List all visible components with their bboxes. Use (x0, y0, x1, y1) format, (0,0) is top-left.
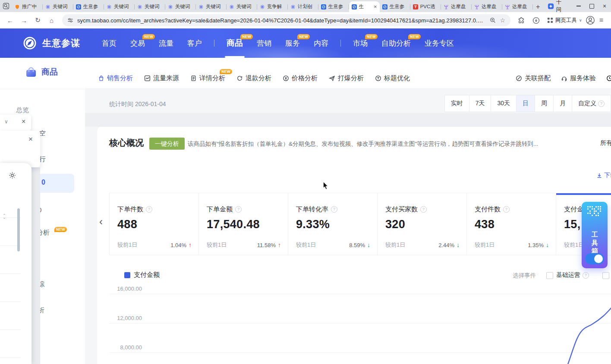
browser-tab[interactable]: 生意参 (380, 1, 410, 12)
download-link[interactable]: 下载 (596, 172, 611, 179)
header-nav-item[interactable]: 自助分析NEW (375, 28, 418, 58)
site-settings-icon[interactable] (67, 17, 73, 23)
help-icon[interactable]: ? (146, 206, 152, 213)
header-nav-item[interactable]: 流量 (152, 28, 180, 58)
browser-tab[interactable]: 关键词 (227, 1, 257, 12)
new-tab-button[interactable]: + (533, 1, 543, 12)
panel-row[interactable] (0, 330, 21, 358)
subnav-tab[interactable]: 价格分析 (283, 74, 318, 82)
sidebar-item-fragment[interactable]: 总览 (16, 106, 29, 114)
all-records-link[interactable]: 所有 (600, 139, 611, 147)
toolbox-toggle[interactable] (585, 253, 604, 264)
header-nav-item[interactable]: 商品NEW (220, 28, 250, 58)
sidebar-item-fragment[interactable]: 行 (39, 155, 46, 163)
subnav-right-link[interactable]: 关联搭配 (516, 74, 551, 82)
date-range-button[interactable]: 月 (553, 95, 572, 112)
bookmark-star-icon[interactable]: ☆ (500, 17, 506, 24)
subnav-tab[interactable]: 流量来源 (144, 74, 179, 82)
metric-card[interactable]: 下单转化率?9.33%较前1日8.59%↓ (288, 193, 378, 255)
sidebar-item-fragment[interactable]: 0 (41, 179, 45, 186)
event-checkbox-2[interactable] (602, 272, 609, 279)
help-icon[interactable]: ? (583, 272, 589, 279)
metric-card[interactable]: 支付件数?438较前1日1.35%↓ (467, 193, 556, 255)
browser-tab[interactable]: 生意参 (318, 1, 349, 12)
floating-window-small[interactable]: ∨ × (0, 115, 31, 131)
date-range-button[interactable]: 周 (535, 95, 554, 112)
help-icon[interactable]: ? (503, 206, 510, 213)
browser-tab[interactable]: PVC透 (410, 1, 441, 12)
sidebar-item-fragment[interactable]: 空 (39, 129, 46, 138)
close-icon[interactable]: × (28, 135, 33, 144)
tab-close-icon[interactable]: × (374, 4, 377, 9)
tab-search-icon[interactable] (0, 0, 12, 12)
panel-scrollbar[interactable] (17, 208, 20, 251)
browser-tab[interactable]: 达摩盘 (441, 1, 472, 12)
subnav-tab[interactable]: 退款分析 (236, 74, 271, 82)
extensions-puzzle-icon[interactable] (518, 17, 525, 24)
panel-row[interactable] (0, 302, 21, 330)
close-window-button[interactable]: × (598, 0, 611, 12)
header-nav-item[interactable]: 首页 (95, 28, 123, 58)
profile-avatar[interactable] (586, 16, 595, 25)
date-range-button[interactable]: 7天 (469, 95, 491, 112)
browser-tab[interactable]: 达摩盘 (502, 1, 533, 12)
browser-tab[interactable]: 生× (349, 1, 380, 12)
browser-tab[interactable]: 达摩盘 (472, 1, 502, 12)
subnav-tab[interactable]: 销售分析 (98, 74, 133, 82)
address-bar[interactable]: sycm.taobao.com/cc/item_archives?activeK… (62, 14, 510, 26)
subnav-tab[interactable]: 详情分析NEW (190, 74, 225, 82)
one-click-analyze-button[interactable]: 一键分析 (149, 138, 185, 150)
header-nav-item[interactable]: 交易NEW (123, 28, 152, 58)
metric-card[interactable]: 下单金额?17,540.48较前1日11.58%↑ (199, 193, 288, 255)
forward-button[interactable]: → (18, 15, 30, 26)
event-option[interactable]: 基础运营 ? (556, 271, 589, 279)
event-checkbox[interactable] (546, 272, 553, 279)
metric-card[interactable]: 下单件数?488较前1日1.04%↑ (110, 193, 199, 255)
header-nav-item[interactable]: 客户 (180, 28, 209, 58)
subnav-tab[interactable]: 标题优化 (375, 74, 410, 82)
browser-tab[interactable]: 竞争解 (257, 1, 288, 12)
back-button[interactable]: ← (4, 15, 16, 26)
reload-button[interactable]: ↻ (32, 15, 44, 26)
toolbox-widget[interactable]: 工具箱 (582, 202, 608, 268)
subnav-tab[interactable]: 打爆分析 (329, 74, 364, 82)
header-nav-item[interactable]: 内容 (307, 28, 335, 58)
header-nav-item[interactable]: 市场NEW (346, 28, 375, 58)
browser-tab[interactable]: 关键词 (196, 1, 227, 12)
floating-panel[interactable]: ˆ ˇ (0, 163, 31, 364)
browser-tab[interactable]: 计划创 (288, 1, 318, 12)
help-icon[interactable]: ? (420, 206, 427, 213)
sort-carets-icon[interactable]: ˆ ˇ (3, 215, 5, 223)
help-icon[interactable]: ? (235, 206, 242, 213)
web-tools-menu[interactable]: 网页工具 ∨ (547, 17, 582, 24)
browser-tab[interactable]: 关键词 (43, 1, 73, 12)
download-icon[interactable] (532, 17, 540, 24)
header-nav-item[interactable]: 营销 (250, 28, 278, 58)
panel-row[interactable] (0, 274, 21, 302)
legend-label[interactable]: 支付金额 (134, 271, 160, 279)
date-range-button[interactable]: 30天 (491, 95, 517, 112)
header-nav-item[interactable]: 服务NEW (278, 28, 307, 58)
metric-carousel-prev-button[interactable]: ‹ (99, 216, 103, 228)
floating-window-medium[interactable]: × (0, 131, 40, 167)
collapse-chevron-icon[interactable]: ∨ (4, 119, 8, 125)
maximize-button[interactable] (585, 0, 598, 12)
zoom-icon[interactable] (490, 17, 496, 23)
browser-tab[interactable]: 推广中 (12, 1, 43, 12)
browser-tab[interactable]: 关键词 (165, 1, 196, 12)
metric-card[interactable]: 支付买家数?320较前1日2.44%↓ (378, 193, 467, 255)
gear-icon[interactable] (9, 172, 16, 179)
browser-tab[interactable]: 生意参 (73, 1, 104, 12)
browser-tab[interactable]: 关键词 (104, 1, 135, 12)
subnav-right-link[interactable]: 服务体验 (561, 74, 596, 82)
url-text[interactable]: sycm.taobao.com/cc/item_archives?activeK… (77, 17, 485, 24)
date-range-button[interactable]: 自定义? (572, 95, 611, 112)
close-icon[interactable]: × (22, 118, 25, 126)
browser-menu-icon[interactable]: ≡ (599, 16, 603, 24)
assistant-button[interactable]: 千问 (543, 1, 570, 11)
minimize-button[interactable] (572, 0, 585, 12)
help-icon[interactable]: ? (331, 206, 337, 213)
browser-tab[interactable]: 关键词 (135, 1, 165, 12)
header-nav-item[interactable]: 业务专区 (418, 28, 461, 58)
home-button[interactable]: ⌂ (46, 15, 57, 26)
